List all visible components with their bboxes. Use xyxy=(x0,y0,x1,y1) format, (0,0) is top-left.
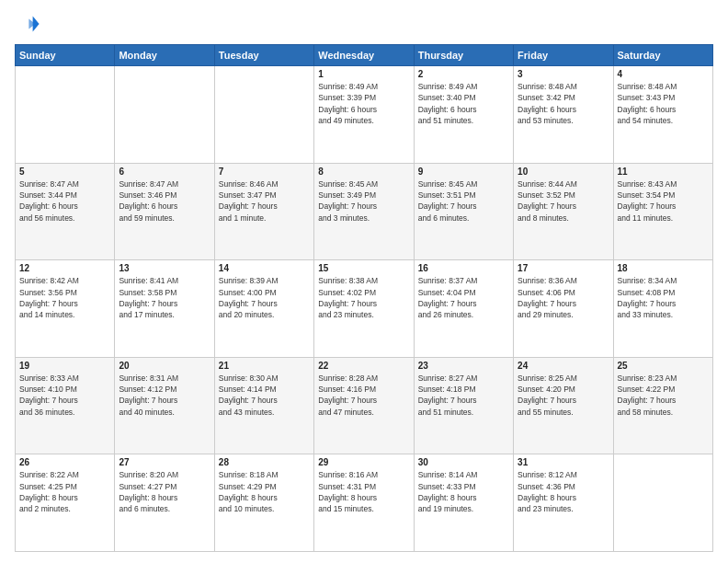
day-info: Sunrise: 8:48 AM Sunset: 3:42 PM Dayligh… xyxy=(518,81,609,126)
day-info: Sunrise: 8:45 AM Sunset: 3:51 PM Dayligh… xyxy=(418,178,509,224)
logo-icon xyxy=(15,11,40,37)
calendar-cell: 6Sunrise: 8:47 AM Sunset: 3:46 PM Daylig… xyxy=(115,163,214,260)
day-number: 10 xyxy=(518,167,609,177)
day-info: Sunrise: 8:34 AM Sunset: 4:08 PM Dayligh… xyxy=(618,275,709,320)
calendar-cell: 12Sunrise: 8:42 AM Sunset: 3:56 PM Dayli… xyxy=(16,260,115,358)
calendar-cell: 10Sunrise: 8:44 AM Sunset: 3:52 PM Dayli… xyxy=(514,163,613,260)
calendar-cell: 3Sunrise: 8:48 AM Sunset: 3:42 PM Daylig… xyxy=(514,66,613,164)
day-info: Sunrise: 8:27 AM Sunset: 4:18 PM Dayligh… xyxy=(418,373,509,418)
day-number: 27 xyxy=(119,457,210,467)
day-number: 14 xyxy=(219,263,310,273)
day-info: Sunrise: 8:33 AM Sunset: 4:10 PM Dayligh… xyxy=(19,373,110,418)
day-header: Tuesday xyxy=(214,45,313,66)
day-info: Sunrise: 8:49 AM Sunset: 3:39 PM Dayligh… xyxy=(318,81,409,126)
day-number: 26 xyxy=(19,457,110,467)
day-info: Sunrise: 8:12 AM Sunset: 4:36 PM Dayligh… xyxy=(518,469,609,514)
day-number: 21 xyxy=(219,361,310,371)
day-number: 22 xyxy=(318,361,409,371)
calendar-cell: 17Sunrise: 8:36 AM Sunset: 4:06 PM Dayli… xyxy=(514,260,613,358)
day-info: Sunrise: 8:47 AM Sunset: 3:44 PM Dayligh… xyxy=(19,178,110,224)
day-header: Sunday xyxy=(16,45,115,66)
calendar-cell: 25Sunrise: 8:23 AM Sunset: 4:22 PM Dayli… xyxy=(613,357,712,454)
day-info: Sunrise: 8:38 AM Sunset: 4:02 PM Dayligh… xyxy=(318,275,409,320)
logo xyxy=(15,11,44,37)
day-info: Sunrise: 8:18 AM Sunset: 4:29 PM Dayligh… xyxy=(219,469,310,514)
day-number: 9 xyxy=(418,167,509,177)
day-number: 17 xyxy=(518,263,609,273)
day-number: 29 xyxy=(318,457,409,467)
day-info: Sunrise: 8:30 AM Sunset: 4:14 PM Dayligh… xyxy=(219,373,310,418)
calendar-cell: 11Sunrise: 8:43 AM Sunset: 3:54 PM Dayli… xyxy=(613,163,712,260)
calendar-cell: 9Sunrise: 8:45 AM Sunset: 3:51 PM Daylig… xyxy=(414,163,513,260)
calendar-cell: 28Sunrise: 8:18 AM Sunset: 4:29 PM Dayli… xyxy=(214,454,313,552)
calendar-cell: 15Sunrise: 8:38 AM Sunset: 4:02 PM Dayli… xyxy=(314,260,414,358)
calendar-cell: 29Sunrise: 8:16 AM Sunset: 4:31 PM Dayli… xyxy=(314,454,414,552)
day-header: Thursday xyxy=(414,45,513,66)
calendar-cell: 24Sunrise: 8:25 AM Sunset: 4:20 PM Dayli… xyxy=(514,357,613,454)
day-info: Sunrise: 8:37 AM Sunset: 4:04 PM Dayligh… xyxy=(418,275,509,320)
day-header: Monday xyxy=(115,45,214,66)
day-number: 1 xyxy=(318,69,409,79)
calendar-cell xyxy=(214,66,313,164)
calendar-cell: 22Sunrise: 8:28 AM Sunset: 4:16 PM Dayli… xyxy=(314,357,414,454)
day-number: 20 xyxy=(119,361,210,371)
calendar-cell: 5Sunrise: 8:47 AM Sunset: 3:44 PM Daylig… xyxy=(16,163,115,260)
day-number: 4 xyxy=(618,69,709,79)
calendar-cell xyxy=(613,454,712,552)
day-header: Wednesday xyxy=(314,45,414,66)
calendar-cell: 23Sunrise: 8:27 AM Sunset: 4:18 PM Dayli… xyxy=(414,357,513,454)
day-info: Sunrise: 8:28 AM Sunset: 4:16 PM Dayligh… xyxy=(318,373,409,418)
calendar-table: SundayMondayTuesdayWednesdayThursdayFrid… xyxy=(15,44,713,552)
day-info: Sunrise: 8:47 AM Sunset: 3:46 PM Dayligh… xyxy=(119,178,210,224)
calendar-cell xyxy=(115,66,214,164)
calendar-cell: 7Sunrise: 8:46 AM Sunset: 3:47 PM Daylig… xyxy=(214,163,313,260)
day-number: 11 xyxy=(618,167,709,177)
calendar-cell: 1Sunrise: 8:49 AM Sunset: 3:39 PM Daylig… xyxy=(314,66,414,164)
header xyxy=(15,11,713,37)
calendar-cell: 13Sunrise: 8:41 AM Sunset: 3:58 PM Dayli… xyxy=(115,260,214,358)
calendar-cell: 26Sunrise: 8:22 AM Sunset: 4:25 PM Dayli… xyxy=(16,454,115,552)
day-info: Sunrise: 8:39 AM Sunset: 4:00 PM Dayligh… xyxy=(219,275,310,320)
day-number: 3 xyxy=(518,69,609,79)
day-number: 12 xyxy=(19,263,110,273)
day-info: Sunrise: 8:45 AM Sunset: 3:49 PM Dayligh… xyxy=(318,178,409,224)
day-info: Sunrise: 8:49 AM Sunset: 3:40 PM Dayligh… xyxy=(418,81,509,126)
day-info: Sunrise: 8:43 AM Sunset: 3:54 PM Dayligh… xyxy=(618,178,709,224)
day-info: Sunrise: 8:14 AM Sunset: 4:33 PM Dayligh… xyxy=(418,469,509,514)
day-info: Sunrise: 8:20 AM Sunset: 4:27 PM Dayligh… xyxy=(119,469,210,514)
day-number: 7 xyxy=(219,167,310,177)
day-number: 16 xyxy=(418,263,509,273)
calendar-cell: 2Sunrise: 8:49 AM Sunset: 3:40 PM Daylig… xyxy=(414,66,513,164)
day-info: Sunrise: 8:25 AM Sunset: 4:20 PM Dayligh… xyxy=(518,373,609,418)
calendar-cell xyxy=(16,66,115,164)
day-number: 23 xyxy=(418,361,509,371)
day-number: 19 xyxy=(19,361,110,371)
day-info: Sunrise: 8:41 AM Sunset: 3:58 PM Dayligh… xyxy=(119,275,210,320)
calendar-cell: 4Sunrise: 8:48 AM Sunset: 3:43 PM Daylig… xyxy=(613,66,712,164)
day-header: Saturday xyxy=(613,45,712,66)
day-info: Sunrise: 8:48 AM Sunset: 3:43 PM Dayligh… xyxy=(618,81,709,126)
page: SundayMondayTuesdayWednesdayThursdayFrid… xyxy=(0,0,728,563)
day-info: Sunrise: 8:42 AM Sunset: 3:56 PM Dayligh… xyxy=(19,275,110,320)
day-number: 28 xyxy=(219,457,310,467)
day-info: Sunrise: 8:44 AM Sunset: 3:52 PM Dayligh… xyxy=(518,178,609,224)
day-header: Friday xyxy=(514,45,613,66)
day-number: 6 xyxy=(119,167,210,177)
day-number: 13 xyxy=(119,263,210,273)
calendar-cell: 20Sunrise: 8:31 AM Sunset: 4:12 PM Dayli… xyxy=(115,357,214,454)
calendar-cell: 21Sunrise: 8:30 AM Sunset: 4:14 PM Dayli… xyxy=(214,357,313,454)
day-number: 2 xyxy=(418,69,509,79)
calendar-cell: 31Sunrise: 8:12 AM Sunset: 4:36 PM Dayli… xyxy=(514,454,613,552)
day-number: 8 xyxy=(318,167,409,177)
day-number: 25 xyxy=(618,361,709,371)
day-info: Sunrise: 8:22 AM Sunset: 4:25 PM Dayligh… xyxy=(19,469,110,514)
day-number: 15 xyxy=(318,263,409,273)
calendar-cell: 8Sunrise: 8:45 AM Sunset: 3:49 PM Daylig… xyxy=(314,163,414,260)
day-number: 5 xyxy=(19,167,110,177)
calendar-cell: 30Sunrise: 8:14 AM Sunset: 4:33 PM Dayli… xyxy=(414,454,513,552)
day-info: Sunrise: 8:16 AM Sunset: 4:31 PM Dayligh… xyxy=(318,469,409,514)
calendar-cell: 18Sunrise: 8:34 AM Sunset: 4:08 PM Dayli… xyxy=(613,260,712,358)
calendar-cell: 19Sunrise: 8:33 AM Sunset: 4:10 PM Dayli… xyxy=(16,357,115,454)
day-info: Sunrise: 8:31 AM Sunset: 4:12 PM Dayligh… xyxy=(119,373,210,418)
day-number: 30 xyxy=(418,457,509,467)
